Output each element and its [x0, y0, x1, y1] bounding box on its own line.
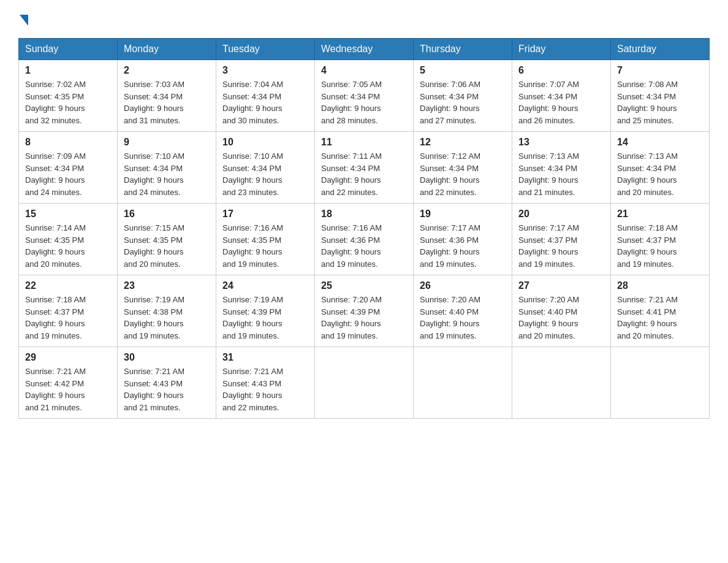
calendar-cell: 17 Sunrise: 7:16 AM Sunset: 4:35 PM Dayl…: [216, 204, 315, 275]
day-number: 13: [518, 137, 604, 148]
weekday-header-row: SundayMondayTuesdayWednesdayThursdayFrid…: [19, 39, 710, 60]
day-number: 31: [222, 352, 308, 363]
day-info: Sunrise: 7:16 AM Sunset: 4:35 PM Dayligh…: [222, 222, 308, 270]
day-info: Sunrise: 7:14 AM Sunset: 4:35 PM Dayligh…: [25, 222, 111, 270]
day-number: 16: [124, 209, 210, 220]
day-info: Sunrise: 7:20 AM Sunset: 4:39 PM Dayligh…: [321, 294, 407, 342]
calendar-cell: 8 Sunrise: 7:09 AM Sunset: 4:34 PM Dayli…: [19, 132, 118, 204]
calendar-cell: 24 Sunrise: 7:19 AM Sunset: 4:39 PM Dayl…: [216, 275, 315, 347]
day-number: 3: [222, 65, 308, 76]
calendar-cell: 20 Sunrise: 7:17 AM Sunset: 4:37 PM Dayl…: [512, 204, 611, 275]
weekday-header-thursday: Thursday: [414, 39, 512, 60]
calendar-cell: [315, 347, 414, 419]
day-number: 12: [420, 137, 506, 148]
day-number: 9: [124, 137, 210, 148]
day-info: Sunrise: 7:11 AM Sunset: 4:34 PM Dayligh…: [321, 150, 407, 198]
day-number: 19: [420, 209, 506, 220]
weekday-header-wednesday: Wednesday: [315, 39, 414, 60]
day-number: 21: [617, 209, 703, 220]
calendar-cell: 26 Sunrise: 7:20 AM Sunset: 4:40 PM Dayl…: [414, 275, 512, 347]
calendar-cell: 29 Sunrise: 7:21 AM Sunset: 4:42 PM Dayl…: [19, 347, 118, 419]
weekday-header-friday: Friday: [512, 39, 611, 60]
calendar-cell: 23 Sunrise: 7:19 AM Sunset: 4:38 PM Dayl…: [118, 275, 216, 347]
weekday-header-saturday: Saturday: [611, 39, 710, 60]
calendar-cell: 30 Sunrise: 7:21 AM Sunset: 4:43 PM Dayl…: [118, 347, 216, 419]
calendar-cell: 7 Sunrise: 7:08 AM Sunset: 4:34 PM Dayli…: [611, 60, 710, 132]
weekday-header-monday: Monday: [118, 39, 216, 60]
day-info: Sunrise: 7:17 AM Sunset: 4:37 PM Dayligh…: [518, 222, 604, 270]
calendar-cell: 10 Sunrise: 7:10 AM Sunset: 4:34 PM Dayl…: [216, 132, 315, 204]
day-number: 2: [124, 65, 210, 76]
day-info: Sunrise: 7:06 AM Sunset: 4:34 PM Dayligh…: [420, 79, 506, 126]
day-info: Sunrise: 7:21 AM Sunset: 4:41 PM Dayligh…: [617, 294, 703, 342]
page-header: [18, 12, 710, 26]
day-number: 27: [518, 280, 604, 291]
calendar-cell: 11 Sunrise: 7:11 AM Sunset: 4:34 PM Dayl…: [315, 132, 414, 204]
calendar-cell: [611, 347, 710, 419]
day-number: 8: [25, 137, 111, 148]
day-info: Sunrise: 7:09 AM Sunset: 4:34 PM Dayligh…: [25, 150, 111, 198]
logo-arrow-icon: [20, 15, 28, 26]
calendar-cell: 27 Sunrise: 7:20 AM Sunset: 4:40 PM Dayl…: [512, 275, 611, 347]
day-info: Sunrise: 7:10 AM Sunset: 4:34 PM Dayligh…: [222, 150, 308, 198]
day-info: Sunrise: 7:13 AM Sunset: 4:34 PM Dayligh…: [617, 150, 703, 198]
day-number: 4: [321, 65, 407, 76]
day-info: Sunrise: 7:16 AM Sunset: 4:36 PM Dayligh…: [321, 222, 407, 270]
day-info: Sunrise: 7:20 AM Sunset: 4:40 PM Dayligh…: [518, 294, 604, 342]
calendar-cell: 22 Sunrise: 7:18 AM Sunset: 4:37 PM Dayl…: [19, 275, 118, 347]
day-info: Sunrise: 7:05 AM Sunset: 4:34 PM Dayligh…: [321, 79, 407, 126]
day-number: 26: [420, 280, 506, 291]
logo: [18, 12, 28, 26]
calendar-cell: 31 Sunrise: 7:21 AM Sunset: 4:43 PM Dayl…: [216, 347, 315, 419]
day-info: Sunrise: 7:19 AM Sunset: 4:38 PM Dayligh…: [124, 294, 210, 342]
day-number: 25: [321, 280, 407, 291]
weekday-header-tuesday: Tuesday: [216, 39, 315, 60]
day-number: 10: [222, 137, 308, 148]
day-info: Sunrise: 7:04 AM Sunset: 4:34 PM Dayligh…: [222, 79, 308, 126]
calendar-cell: [512, 347, 611, 419]
day-number: 11: [321, 137, 407, 148]
day-number: 30: [124, 352, 210, 363]
calendar-week-row: 22 Sunrise: 7:18 AM Sunset: 4:37 PM Dayl…: [19, 275, 710, 347]
day-info: Sunrise: 7:21 AM Sunset: 4:43 PM Dayligh…: [124, 366, 210, 413]
calendar-cell: 13 Sunrise: 7:13 AM Sunset: 4:34 PM Dayl…: [512, 132, 611, 204]
calendar-cell: 3 Sunrise: 7:04 AM Sunset: 4:34 PM Dayli…: [216, 60, 315, 132]
day-info: Sunrise: 7:03 AM Sunset: 4:34 PM Dayligh…: [124, 79, 210, 126]
calendar-cell: 21 Sunrise: 7:18 AM Sunset: 4:37 PM Dayl…: [611, 204, 710, 275]
day-info: Sunrise: 7:15 AM Sunset: 4:35 PM Dayligh…: [124, 222, 210, 270]
calendar-cell: 1 Sunrise: 7:02 AM Sunset: 4:35 PM Dayli…: [19, 60, 118, 132]
day-number: 5: [420, 65, 506, 76]
day-info: Sunrise: 7:19 AM Sunset: 4:39 PM Dayligh…: [222, 294, 308, 342]
day-info: Sunrise: 7:12 AM Sunset: 4:34 PM Dayligh…: [420, 150, 506, 198]
calendar-cell: 4 Sunrise: 7:05 AM Sunset: 4:34 PM Dayli…: [315, 60, 414, 132]
calendar-cell: 25 Sunrise: 7:20 AM Sunset: 4:39 PM Dayl…: [315, 275, 414, 347]
day-info: Sunrise: 7:17 AM Sunset: 4:36 PM Dayligh…: [420, 222, 506, 270]
calendar-week-row: 29 Sunrise: 7:21 AM Sunset: 4:42 PM Dayl…: [19, 347, 710, 419]
day-number: 1: [25, 65, 111, 76]
calendar-cell: [414, 347, 512, 419]
calendar-cell: 18 Sunrise: 7:16 AM Sunset: 4:36 PM Dayl…: [315, 204, 414, 275]
day-info: Sunrise: 7:18 AM Sunset: 4:37 PM Dayligh…: [617, 222, 703, 270]
calendar-week-row: 8 Sunrise: 7:09 AM Sunset: 4:34 PM Dayli…: [19, 132, 710, 204]
day-number: 17: [222, 209, 308, 220]
calendar-cell: 5 Sunrise: 7:06 AM Sunset: 4:34 PM Dayli…: [414, 60, 512, 132]
day-number: 15: [25, 209, 111, 220]
day-number: 28: [617, 280, 703, 291]
day-number: 6: [518, 65, 604, 76]
calendar-table: SundayMondayTuesdayWednesdayThursdayFrid…: [18, 38, 710, 419]
day-info: Sunrise: 7:08 AM Sunset: 4:34 PM Dayligh…: [617, 79, 703, 126]
day-info: Sunrise: 7:13 AM Sunset: 4:34 PM Dayligh…: [518, 150, 604, 198]
day-number: 14: [617, 137, 703, 148]
day-info: Sunrise: 7:02 AM Sunset: 4:35 PM Dayligh…: [25, 79, 111, 126]
weekday-header-sunday: Sunday: [19, 39, 118, 60]
calendar-cell: 16 Sunrise: 7:15 AM Sunset: 4:35 PM Dayl…: [118, 204, 216, 275]
calendar-cell: 19 Sunrise: 7:17 AM Sunset: 4:36 PM Dayl…: [414, 204, 512, 275]
day-number: 23: [124, 280, 210, 291]
calendar-cell: 15 Sunrise: 7:14 AM Sunset: 4:35 PM Dayl…: [19, 204, 118, 275]
calendar-cell: 2 Sunrise: 7:03 AM Sunset: 4:34 PM Dayli…: [118, 60, 216, 132]
day-number: 22: [25, 280, 111, 291]
day-number: 29: [25, 352, 111, 363]
day-number: 18: [321, 209, 407, 220]
calendar-cell: 12 Sunrise: 7:12 AM Sunset: 4:34 PM Dayl…: [414, 132, 512, 204]
calendar-week-row: 1 Sunrise: 7:02 AM Sunset: 4:35 PM Dayli…: [19, 60, 710, 132]
